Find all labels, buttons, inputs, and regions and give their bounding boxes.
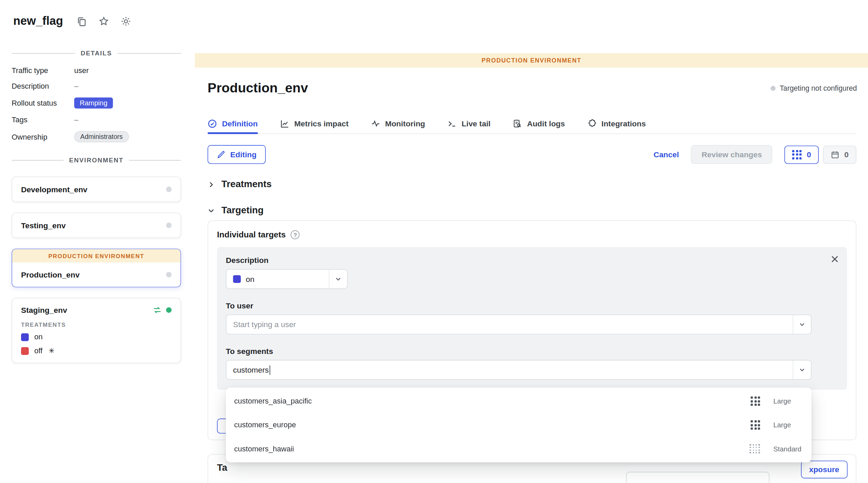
segment-large-icon: [751, 420, 760, 430]
targeting-section-toggle[interactable]: Targeting: [207, 205, 264, 216]
detail-label: Tags: [12, 116, 74, 124]
env-status-dot: [166, 222, 171, 228]
env-status-dot: [166, 186, 171, 192]
sync-icon: [153, 306, 162, 315]
env-name: Staging_env: [21, 306, 67, 315]
detail-value-traffic-type: user: [74, 67, 181, 75]
treatment-select-value: on: [246, 275, 254, 284]
treatment-off-swatch: [21, 347, 29, 355]
tab-monitoring[interactable]: Monitoring: [371, 113, 425, 133]
segments-dropdown: customers_asia_pacific Large customers_e…: [226, 388, 812, 462]
individual-targets-card: Individual targets ? Description on To u…: [207, 220, 856, 440]
chevron-down-icon: [334, 275, 342, 283]
tab-integrations[interactable]: Integrations: [587, 113, 646, 133]
env-card-staging[interactable]: Staging_env TREATMENTS on off ✳: [12, 298, 181, 363]
treatment-off-row: off ✳: [12, 344, 181, 362]
page-title: Production_env: [207, 80, 308, 96]
user-input[interactable]: Start typing a user: [226, 315, 812, 335]
star-icon[interactable]: [98, 16, 109, 26]
segment-size: Large: [773, 397, 803, 405]
live-tail-icon: [447, 119, 457, 128]
audit-logs-icon: [513, 119, 522, 128]
layout-count-button[interactable]: 0: [785, 145, 819, 164]
metrics-icon: [280, 119, 289, 128]
env-status-dot: [166, 272, 171, 277]
detail-value-description: –: [74, 82, 181, 90]
grid-icon: [792, 150, 802, 159]
integrations-icon: [587, 119, 597, 128]
calendar-count-button[interactable]: 0: [823, 145, 856, 164]
close-icon[interactable]: [830, 255, 839, 264]
user-input-caret[interactable]: [793, 315, 811, 334]
detail-value-tags: –: [74, 116, 181, 124]
treatment-on-swatch: [21, 333, 29, 341]
detail-label: Ownership: [12, 132, 74, 141]
app-root: new_flag DETAILS Traffic type user Descr…: [0, 0, 868, 483]
targeting-status: Targeting not configured: [770, 84, 857, 92]
text-cursor: [269, 365, 270, 375]
tab-live-tail[interactable]: Live tail: [447, 113, 490, 133]
environment-list: Development_env Testing_env PRODUCTION E…: [12, 177, 181, 363]
detail-label: Description: [12, 82, 74, 90]
flag-title: new_flag: [13, 14, 63, 28]
detail-label: Rollout status: [12, 99, 74, 107]
env-card-development[interactable]: Development_env: [12, 177, 181, 202]
segment-option-hawaii[interactable]: customers_hawaii Standard: [226, 437, 812, 461]
production-environment-banner: PRODUCTION ENVIRONMENT: [195, 53, 868, 67]
treatment-on-row: on: [12, 330, 181, 344]
details-grid: Traffic type user Description – Rollout …: [12, 67, 181, 142]
sidebar: DETAILS Traffic type user Description – …: [12, 50, 181, 374]
exposure-button-partial[interactable]: xposure: [801, 461, 848, 478]
help-icon[interactable]: ?: [291, 230, 300, 239]
copy-icon[interactable]: [76, 16, 87, 26]
treatment-on-swatch: [233, 275, 241, 283]
segment-size: Large: [773, 421, 803, 429]
segment-standard-icon: [750, 444, 760, 453]
segments-input-caret[interactable]: [793, 360, 811, 379]
segment-option-europe[interactable]: customers_europe Large: [226, 413, 812, 437]
to-user-label: To user: [226, 301, 812, 310]
flag-header: new_flag: [13, 14, 131, 28]
segment-option-asia-pacific[interactable]: customers_asia_pacific Large: [226, 389, 812, 413]
rollout-status-badge: Ramping: [74, 97, 113, 109]
pencil-icon: [217, 150, 225, 159]
tab-definition[interactable]: Definition: [207, 113, 258, 133]
env-card-testing[interactable]: Testing_env: [12, 213, 181, 238]
treatments-section-toggle[interactable]: Treatments: [207, 179, 272, 190]
main-content: PRODUCTION ENVIRONMENT Production_env Ta…: [195, 0, 868, 483]
partial-input-box[interactable]: [626, 472, 770, 483]
lower-section-title-partial: Ta: [217, 462, 227, 473]
definition-icon: [207, 119, 217, 128]
tab-audit-logs[interactable]: Audit logs: [513, 113, 565, 133]
env-name: Development_env: [21, 185, 87, 194]
tab-metrics-impact[interactable]: Metrics impact: [280, 113, 348, 133]
env-status-dot-active: [166, 307, 171, 313]
gear-icon[interactable]: [121, 16, 131, 26]
status-dot: [770, 86, 775, 91]
production-env-banner: PRODUCTION ENVIRONMENT: [12, 249, 181, 263]
treatments-label: TREATMENTS: [12, 317, 181, 330]
treatment-select[interactable]: on: [226, 269, 348, 289]
detail-label: Traffic type: [12, 67, 74, 75]
killed-icon: ✳: [49, 346, 55, 355]
chevron-down-icon: [798, 321, 806, 328]
calendar-icon: [831, 150, 839, 159]
review-changes-button[interactable]: Review changes: [691, 145, 773, 164]
editing-button[interactable]: Editing: [207, 145, 266, 164]
ownership-pill: Administrators: [74, 131, 129, 142]
edit-toolbar: Editing Cancel Review changes 0 0: [207, 145, 856, 164]
target-rule-panel: Description on To user Start typing a us…: [217, 247, 847, 390]
select-caret: [329, 270, 347, 288]
segment-large-icon: [751, 396, 760, 406]
chevron-right-icon: [207, 181, 215, 188]
monitoring-icon: [371, 119, 380, 128]
description-label: Description: [226, 256, 812, 265]
environment-heading: ENVIRONMENT: [12, 157, 181, 163]
chevron-down-icon: [207, 207, 215, 214]
segments-input-value: customers: [233, 365, 269, 374]
segments-input[interactable]: customers: [226, 360, 812, 380]
user-input-placeholder: Start typing a user: [233, 320, 296, 329]
details-heading: DETAILS: [12, 50, 181, 57]
cancel-link[interactable]: Cancel: [653, 150, 679, 159]
env-card-production[interactable]: PRODUCTION ENVIRONMENT Production_env: [12, 249, 181, 287]
